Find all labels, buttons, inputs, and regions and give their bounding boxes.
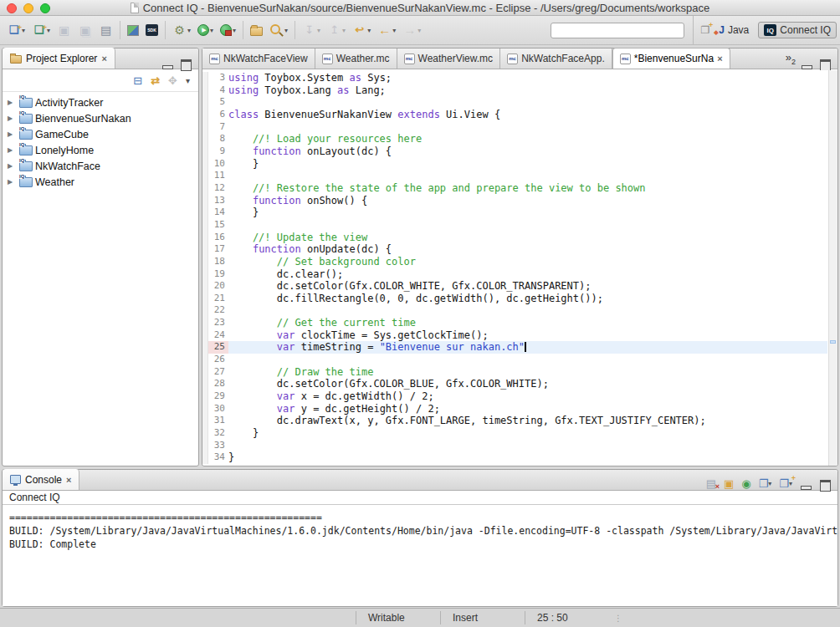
overview-ruler[interactable] [828,70,837,466]
editor-tab-nkwatchfaceview[interactable]: mcNkWatchFaceView [202,48,315,69]
code-line-34: 34} [202,451,827,464]
project-folder-icon: IQ [19,145,33,155]
new-wizard-button[interactable]: ▾ [4,21,28,39]
new-project-button[interactable]: ▾ [29,21,53,39]
monkey-c-file-icon: mc [507,54,518,64]
writable-status: Writable [356,612,440,624]
more-tabs-chevron[interactable]: »2 [781,51,801,66]
last-edit-location-button[interactable]: ▾ [350,21,373,39]
expand-arrow-icon[interactable]: ▶ [8,178,18,186]
console-tabrow: Console × ▤ ▣ ◉ ❐▾ ❐▾ [3,470,837,491]
window-title: Connect IQ - BienvenueSurNakan/source/Bi… [143,2,710,14]
console-output[interactable]: ========================================… [3,506,837,606]
project-item-gamecube[interactable]: ▶IQGameCube [3,126,198,142]
expand-arrow-icon[interactable]: ▶ [8,99,18,106]
open-perspective-button[interactable] [700,24,709,36]
perspective-connect-iq-button[interactable]: IQ Connect IQ [758,22,837,38]
project-tree: ▶IQActivityTracker▶IQBienvenueSurNakan▶I… [3,92,198,192]
maximize-view-button[interactable] [180,59,192,69]
project-item-lonelyhome[interactable]: ▶IQLonelyHome [3,142,198,158]
display-selected-console-button[interactable]: ❐▾ [759,477,772,490]
close-icon[interactable]: × [717,54,722,64]
perspective-java-button[interactable]: J Java [713,22,755,38]
search-button[interactable]: ▾ [267,21,290,39]
scroll-lock-button[interactable]: ▣ [724,477,734,490]
project-explorer-toolbar: ⊟ ⇄ ✥ ▾ [3,69,198,92]
collapse-all-button[interactable]: ⊟ [133,74,142,87]
quick-access-input[interactable] [551,23,684,38]
project-item-bienvenuesurnakan[interactable]: ▶IQBienvenueSurNakan [3,110,198,126]
view-menu-button[interactable]: ▾ [186,76,190,85]
expand-arrow-icon[interactable]: ▶ [8,130,18,138]
connect-iq-perspective-icon: IQ [764,24,776,36]
code-line-20: 20 dc.setColor(Gfx.COLOR_WHITE, Gfx.COLO… [202,280,827,293]
next-annotation-button[interactable]: ▾ [300,21,323,39]
editor-tab-weathermc[interactable]: mcWeather.mc [315,48,397,69]
java-perspective-label: Java [728,24,749,36]
sdk-manager-button[interactable] [143,22,161,38]
monkey-c-file-icon: mc [209,54,220,64]
clear-console-button[interactable]: ▤ [706,477,716,490]
maximize-console-button[interactable] [819,479,831,489]
tab-console[interactable]: Console × [3,469,79,490]
expand-arrow-icon[interactable]: ▶ [8,146,18,154]
back-button[interactable]: ▾ [375,21,398,39]
save-button[interactable] [54,21,74,39]
code-line-19: 19 dc.clear(); [202,268,827,281]
dropdown-arrow-icon: ▾ [392,27,396,34]
open-console-button[interactable]: ❐▾ [779,477,792,490]
project-item-activitytracker[interactable]: ▶IQActivityTracker [3,94,198,110]
project-folder-icon: IQ [19,161,33,171]
console-line: ========================================… [9,511,837,524]
export-connect-iq-app-button[interactable] [125,23,141,38]
save-all-button[interactable] [75,21,95,39]
project-explorer-panel: Project Explorer × ⊟ ⇄ ✥ ▾ ▶IQActivityTr… [2,48,199,466]
minimize-editor-button[interactable] [801,59,812,69]
dropdown-arrow-icon: ▾ [210,27,213,34]
project-explorer-icon [10,55,22,64]
forward-button[interactable]: ▾ [400,21,423,39]
code-editor-area[interactable]: 3using Toybox.System as Sys;4using Toybo… [202,70,837,466]
code-line-25: 25 var timeString = "Bienvenue sur nakan… [202,341,827,354]
code-line-8: 8 //! Load your resources here [202,133,827,145]
console-toolbar: ▤ ▣ ◉ ❐▾ ❐▾ [706,477,837,490]
debug-button[interactable]: ▾ [170,21,193,39]
close-window-button[interactable] [7,3,17,13]
editor-tab-nkwatchfaceapp[interactable]: mcNkWatchFaceApp. [500,48,612,69]
editor-tab-weatherviewmc[interactable]: mcWeatherView.mc [397,48,501,69]
project-item-nkwatchface[interactable]: ▶IQNkWatchFace [3,158,198,174]
editor-tab-label: NkWatchFaceView [223,53,308,64]
minimize-window-button[interactable] [23,3,33,13]
minimize-console-button[interactable] [800,479,812,489]
project-item-weather[interactable]: ▶IQWeather [3,174,198,190]
connect-iq-export-icon [127,25,139,36]
print-button[interactable] [96,21,115,39]
tab-project-explorer[interactable]: Project Explorer × [3,48,115,69]
expand-arrow-icon[interactable]: ▶ [8,162,18,170]
previous-annotation-button[interactable]: ▾ [325,21,348,39]
code-line-33: 33 [202,440,827,452]
zoom-window-button[interactable] [40,3,50,13]
external-tools-button[interactable]: ▾ [218,22,238,38]
editor-tab-bienvenuesurna[interactable]: mc*BienvenueSurNa× [612,48,730,69]
document-proxy-icon [131,3,139,13]
pin-console-button[interactable]: ◉ [741,477,750,490]
code-line-3: 3using Toybox.System as Sys; [202,72,827,84]
dropdown-arrow-icon: ▾ [417,27,421,34]
run-button[interactable]: ▾ [195,22,216,38]
focus-on-active-task-button[interactable]: ✥ [168,74,177,87]
monkey-c-file-icon: mc [404,54,415,64]
editor-tabrow: mcNkWatchFaceViewmcWeather.mcmcWeatherVi… [202,48,837,69]
code-line-12: 12 //! Restore the state of the app and … [202,182,827,195]
close-icon[interactable]: × [66,475,71,485]
dropdown-arrow-icon: ▾ [233,27,236,34]
link-with-editor-button[interactable]: ⇄ [151,74,160,87]
open-resource-button[interactable] [248,22,265,38]
code-line-14: 14 } [202,206,827,219]
maximize-editor-button[interactable] [819,59,831,69]
new-project-icon [32,23,46,37]
close-icon[interactable]: × [101,54,106,64]
code-line-26: 26 [202,354,827,366]
minimize-view-button[interactable] [161,59,173,69]
expand-arrow-icon[interactable]: ▶ [8,115,18,122]
